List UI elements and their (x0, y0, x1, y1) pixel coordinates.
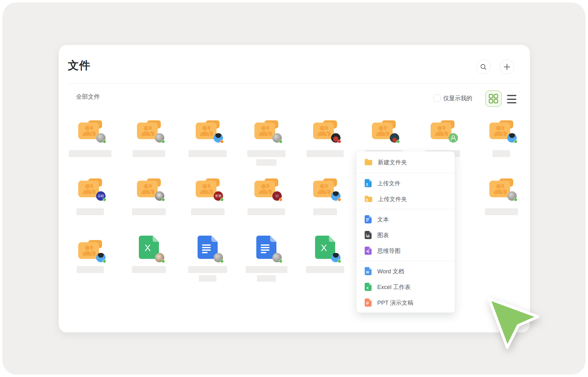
status-dot (279, 198, 282, 201)
file-card[interactable] (186, 120, 229, 157)
filename-placeholder (307, 150, 344, 157)
file-card[interactable] (128, 178, 170, 215)
status-dot (161, 198, 165, 201)
filename-placeholder (69, 150, 112, 157)
status-dot (161, 140, 165, 143)
filename-placeholder (191, 208, 225, 215)
text-doc-icon (365, 215, 372, 223)
badge-text: LI (276, 194, 278, 198)
owner-avatar (155, 133, 164, 143)
owner-avatar (214, 253, 223, 262)
menu-item-chart[interactable]: 图表 (357, 227, 455, 243)
file-card[interactable] (128, 236, 170, 273)
status-dot (514, 198, 517, 201)
file-card[interactable] (69, 120, 112, 157)
status-dot (103, 260, 106, 263)
file-card[interactable] (69, 236, 112, 273)
file-card[interactable] (245, 120, 288, 166)
excel-sheet-icon: x (365, 283, 372, 291)
share-person-badge (449, 133, 458, 143)
status-dot (338, 198, 341, 201)
tab-all-files[interactable]: 全部文件 (76, 93, 100, 101)
owner-avatar (214, 133, 223, 143)
header-divider (68, 83, 521, 84)
status-dot (161, 260, 165, 263)
filename-placeholder (248, 208, 285, 215)
file-card[interactable]: 世旭 (186, 178, 229, 215)
filename-placeholder (306, 266, 344, 273)
filename-placeholder (188, 266, 227, 273)
only-mine-label: 仅显示我的 (443, 94, 472, 102)
filename-placeholder (133, 150, 165, 157)
owner-avatar (390, 133, 399, 143)
menu-item-new-folder[interactable]: 新建文件夹 (357, 154, 455, 171)
search-icon (480, 63, 487, 70)
badge-text: 志程 (98, 194, 104, 198)
file-card[interactable] (128, 120, 170, 157)
badge-text: 世旭 (215, 194, 221, 198)
only-mine-checkbox[interactable] (433, 95, 441, 102)
initials-badge: 世旭 (214, 191, 223, 201)
file-card[interactable] (304, 236, 346, 273)
initials-badge: 志程 (96, 191, 106, 201)
status-dot (279, 260, 282, 263)
status-dot (103, 198, 106, 201)
status-dot (220, 198, 224, 201)
grid-view-icon (489, 94, 498, 103)
add-button[interactable] (500, 60, 514, 74)
owner-avatar (507, 133, 517, 143)
menu-item-ppt[interactable]: P PPT 演示文稿 (357, 295, 455, 310)
menu-item-upload-file[interactable]: 上传文件 (357, 175, 455, 191)
menu-item-text[interactable]: 文本 (357, 211, 455, 227)
file-card[interactable]: LI (245, 178, 288, 215)
plus-icon (504, 63, 510, 70)
status-dot (220, 260, 224, 263)
file-card[interactable] (480, 178, 523, 215)
owner-avatar (272, 253, 282, 262)
menu-item-mindmap[interactable]: 思维导图 (357, 243, 455, 259)
mindmap-doc-icon (365, 247, 372, 255)
folder-icon (365, 159, 372, 165)
filename-placeholder (76, 208, 104, 215)
file-card[interactable] (245, 236, 288, 282)
search-button[interactable] (476, 60, 491, 74)
chart-doc-icon (365, 231, 372, 239)
filename-placeholder (493, 150, 510, 157)
person-icon (449, 133, 458, 143)
filename-placeholder-line2 (256, 159, 276, 166)
owner-avatar (96, 253, 106, 262)
status-dot (103, 140, 106, 143)
filename-placeholder (485, 208, 518, 215)
file-card[interactable] (480, 120, 523, 157)
menu-item-excel[interactable]: x Excel 工作表 (357, 279, 455, 295)
file-upload-icon (365, 179, 372, 187)
owner-avatar (331, 253, 340, 262)
svg-text:x: x (367, 286, 369, 290)
file-card[interactable] (304, 178, 346, 215)
filename-placeholder (246, 266, 287, 273)
status-dot (396, 140, 400, 143)
owner-avatar (272, 133, 282, 143)
only-mine-toggle[interactable]: 仅显示我的 (433, 94, 472, 102)
grid-view-button[interactable] (485, 90, 502, 107)
svg-text:w: w (366, 270, 369, 274)
ppt-doc-icon: P (365, 298, 372, 307)
filename-placeholder-line2 (199, 275, 216, 282)
filename-placeholder (132, 208, 166, 215)
owner-avatar (155, 191, 164, 201)
menu-item-word[interactable]: w Word 文档 (357, 263, 455, 279)
file-card[interactable] (186, 236, 229, 282)
list-view-button[interactable] (507, 95, 516, 103)
filename-placeholder (132, 266, 166, 273)
owner-avatar (96, 133, 106, 143)
menu-item-upload-folder[interactable]: 上传文件夹 (357, 191, 455, 207)
page-title: 文件 (68, 58, 90, 73)
initials-badge: LI (272, 191, 282, 201)
filename-placeholder-line2 (257, 275, 276, 282)
file-card[interactable] (304, 120, 346, 157)
status-dot (279, 140, 282, 143)
file-card[interactable]: 志程 (69, 178, 112, 215)
create-menu: 新建文件夹 上传文件 上传文件夹 (357, 151, 455, 313)
filename-placeholder (77, 266, 104, 273)
svg-text:P: P (366, 301, 369, 306)
